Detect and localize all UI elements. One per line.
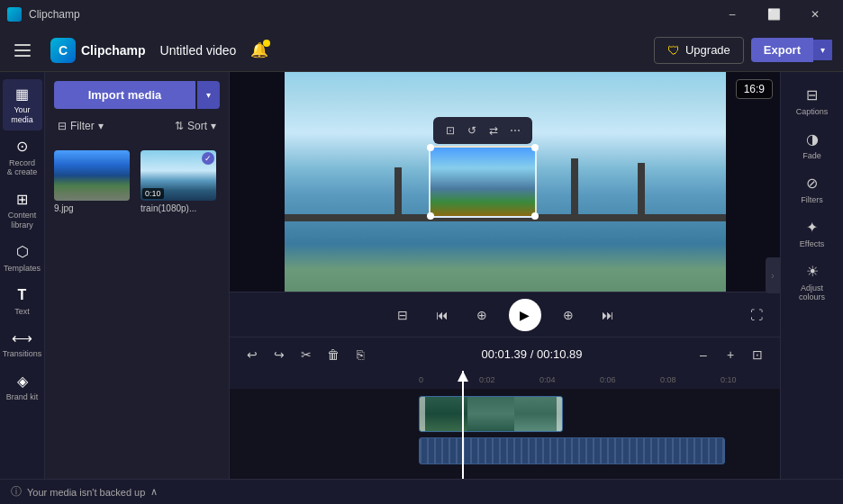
ruler-mark-3: 0:06 xyxy=(600,375,660,384)
record-icon: ⊙ xyxy=(14,138,32,156)
appbar-right: 🛡 Upgrade Export ▾ xyxy=(654,37,832,64)
import-media-dropdown[interactable]: ▾ xyxy=(197,81,220,109)
player-forward-button[interactable]: ⊕ xyxy=(556,302,581,328)
timeline-toolbar: ↩ ↪ ✂ 🗑 ⎘ 00:01.39 / 00:10.89 – + ⊡ xyxy=(230,337,780,371)
import-button-row: Import media ▾ xyxy=(54,81,220,109)
brand-kit-icon: ◈ xyxy=(14,372,32,390)
sidebar-label-text: Text xyxy=(14,307,30,317)
video-track[interactable] xyxy=(419,396,563,432)
sidebar-item-your-media[interactable]: ▦ Your media xyxy=(3,79,42,130)
pip-container[interactable]: ⊡ ↺ ⇄ ⋯ xyxy=(429,146,537,218)
filter-button[interactable]: ⊟ Filter ▾ xyxy=(54,118,107,134)
bridge-support-1 xyxy=(394,167,402,221)
app-logo-text: Clipchamp xyxy=(81,43,146,58)
fit-timeline-button[interactable]: ⊡ xyxy=(746,343,769,366)
track-frame-2 xyxy=(467,397,515,431)
player-add-button[interactable]: ⊕ xyxy=(469,302,494,328)
player-controls: ⊟ ⏮ ⊕ ▶ ⊕ ⏭ ⛶ xyxy=(230,292,780,337)
text-icon: T xyxy=(14,286,32,304)
app-icon xyxy=(7,7,22,22)
track-handle-right[interactable] xyxy=(557,397,562,431)
undo-button[interactable]: ↩ xyxy=(240,343,264,366)
menu-button[interactable] xyxy=(11,36,40,65)
pip-crop-button[interactable]: ⊡ xyxy=(440,121,460,140)
bridge-support-3 xyxy=(571,158,578,221)
zoom-controls: – + ⊡ xyxy=(692,343,769,366)
right-panel-effects[interactable]: ✦ Effects xyxy=(785,212,839,254)
aspect-ratio-button[interactable]: 16:9 xyxy=(736,79,773,99)
minimize-button[interactable]: – xyxy=(712,0,753,29)
pip-handle-bl[interactable] xyxy=(427,212,434,220)
sort-button[interactable]: ⇅ Sort ▾ xyxy=(171,118,220,134)
main-layout: ▦ Your media ⊙ Record & create ⊞ Content… xyxy=(0,72,843,479)
media-item-1[interactable]: 9.jpg xyxy=(54,150,133,213)
pip-more-button[interactable]: ⋯ xyxy=(505,121,525,140)
templates-icon: ⬡ xyxy=(14,243,32,261)
transitions-icon: ⟷ xyxy=(14,328,32,346)
right-panel: ⊟ Captions ◑ Fade ⊘ Filters ✦ Effects ☀ … xyxy=(780,72,843,479)
filter-chevron-icon: ▾ xyxy=(98,120,104,132)
sidebar: ▦ Your media ⊙ Record & create ⊞ Content… xyxy=(0,72,45,479)
media-item-2[interactable]: 0:10 ✓ train(1080p)... xyxy=(140,150,220,213)
sidebar-item-text[interactable]: T Text xyxy=(3,281,42,322)
player-fullscreen-button[interactable]: ⛶ xyxy=(744,302,769,328)
restore-button[interactable]: ⬜ xyxy=(753,0,794,29)
cut-button[interactable]: ✂ xyxy=(295,343,318,366)
timeline-ruler: 0 0:02 0:04 0:06 0:08 0:10 0:12 0:14 0:1… xyxy=(230,371,780,389)
media-check-2: ✓ xyxy=(202,152,214,165)
playhead[interactable] xyxy=(462,371,464,479)
pip-flip-button[interactable]: ⇄ xyxy=(484,121,503,140)
media-panel-header: Import media ▾ ⊟ Filter ▾ ⇅ Sort ▾ xyxy=(45,72,229,143)
right-panel-filters[interactable]: ⊘ Filters xyxy=(785,167,839,210)
audio-track[interactable] xyxy=(419,437,725,464)
notification-button[interactable]: 🔔 xyxy=(247,38,272,63)
export-dropdown-button[interactable]: ▾ xyxy=(813,40,832,60)
sidebar-item-transitions[interactable]: ⟷ Transitions xyxy=(3,323,42,364)
pip-handle-tr[interactable] xyxy=(531,144,539,151)
export-main-button[interactable]: Export xyxy=(751,38,813,62)
right-panel-fade[interactable]: ◑ Fade xyxy=(785,123,839,166)
sidebar-label-transitions: Transitions xyxy=(3,349,42,359)
ruler-mark-2: 0:04 xyxy=(539,375,600,384)
player-play-button[interactable]: ▶ xyxy=(509,299,541,331)
notification-dot xyxy=(263,40,270,47)
pip-rotate-button[interactable]: ↺ xyxy=(462,121,482,140)
player-captions-button[interactable]: ⊟ xyxy=(390,302,415,328)
player-skip-back-button[interactable]: ⏮ xyxy=(430,302,455,328)
sidebar-item-brand-kit[interactable]: ◈ Brand kit xyxy=(3,366,42,408)
media-panel: Import media ▾ ⊟ Filter ▾ ⇅ Sort ▾ xyxy=(45,72,230,479)
sidebar-item-content-library[interactable]: ⊞ Content library xyxy=(3,184,42,236)
import-media-button[interactable]: Import media xyxy=(54,81,195,109)
right-panel-captions[interactable]: ⊟ Captions xyxy=(785,79,839,122)
timeline-area: 0 0:02 0:04 0:06 0:08 0:10 0:12 0:14 0:1… xyxy=(230,371,780,479)
ruler-mark-5: 0:10 xyxy=(721,375,780,384)
redo-button[interactable]: ↪ xyxy=(267,343,291,366)
sidebar-item-record-create[interactable]: ⊙ Record & create xyxy=(3,132,42,184)
ruler-marks: 0 0:02 0:04 0:06 0:08 0:10 0:12 0:14 0:1… xyxy=(230,371,780,389)
status-text[interactable]: ⓘ Your media isn't backed up ∧ xyxy=(11,484,158,500)
status-chevron-icon: ∧ xyxy=(150,486,158,498)
zoom-in-button[interactable]: + xyxy=(719,343,742,366)
zoom-out-button[interactable]: – xyxy=(692,343,715,366)
fade-label: Fade xyxy=(802,151,821,160)
player-skip-forward-button[interactable]: ⏭ xyxy=(595,302,621,328)
timeline-time: 00:01.39 / 00:10.89 xyxy=(481,347,582,361)
project-title[interactable]: Untitled video xyxy=(160,43,237,58)
sidebar-item-templates[interactable]: ⬡ Templates xyxy=(3,238,42,279)
upgrade-button[interactable]: 🛡 Upgrade xyxy=(654,37,744,64)
right-panel-adjust[interactable]: ☀ Adjust colours xyxy=(785,256,839,307)
delete-button[interactable]: 🗑 xyxy=(322,343,345,366)
pip-handle-br[interactable] xyxy=(531,212,539,220)
pip-handle-tl[interactable] xyxy=(427,144,434,151)
media-thumb-1 xyxy=(54,150,130,201)
adjust-colours-icon: ☀ xyxy=(802,261,822,281)
time-separator: / xyxy=(530,347,537,361)
bridge-support-4 xyxy=(638,163,645,221)
titlebar-left: Clipchamp xyxy=(7,7,80,22)
copy-button[interactable]: ⎘ xyxy=(349,343,372,366)
effects-label: Effects xyxy=(800,239,824,248)
collapse-right-handle[interactable]: › xyxy=(766,257,780,293)
track-handle-left[interactable] xyxy=(420,397,425,431)
preview-video: ⊡ ↺ ⇄ ⋯ xyxy=(285,72,726,292)
close-button[interactable]: ✕ xyxy=(794,0,836,29)
